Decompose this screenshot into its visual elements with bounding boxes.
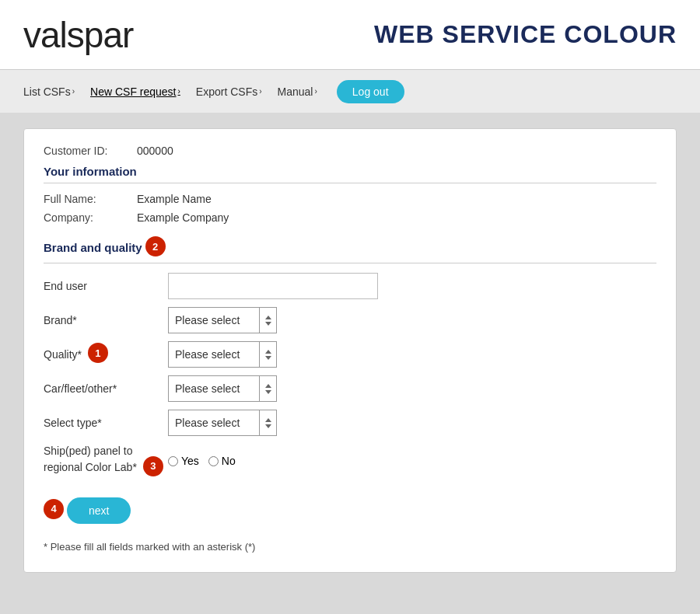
brand-select[interactable]: Please select [168,307,277,333]
end-user-input[interactable] [168,273,378,299]
select-type-label: Select type* [44,417,168,429]
spinner-up-icon [265,316,271,319]
quality-select[interactable]: Please select [168,341,277,368]
spinner-up-icon [265,384,271,388]
spinner-down-icon [265,390,271,394]
spinner-up-icon [265,418,271,422]
footnote: * Please fill all fields marked with an … [44,541,656,553]
customer-id-label: Customer ID: [44,145,137,157]
quality-row: Quality* 1 Please select [44,341,656,368]
step-badge-4: 4 [44,499,64,519]
spinner-down-icon [265,424,271,428]
chevron-icon: › [178,87,180,96]
nav-new-csf[interactable]: New CSF request › [90,85,180,98]
end-user-row: End user [44,273,656,299]
radio-yes-label: Yes [181,455,199,467]
select-type-row: Select type* Please select [44,410,656,436]
customer-id-value: 000000 [137,145,173,157]
header: valspar WEB SERVICE COLOUR [0,0,700,70]
brand-row: Brand* Please select [44,307,656,333]
step-badge-1: 1 [88,343,108,363]
quality-label: Quality* 1 [44,344,168,365]
radio-group-shipped: Yes No [168,455,236,467]
main-content: Customer ID: 000000 Your information Ful… [0,113,700,588]
brand-select-value: Please select [169,314,259,326]
form-card: Customer ID: 000000 Your information Ful… [23,128,677,573]
full-name-value: Example Name [137,193,212,205]
nav-list-csfs[interactable]: List CSFs › [23,85,75,98]
next-button[interactable]: next [67,497,131,524]
company-value: Example Company [137,211,229,224]
radio-no-input[interactable] [208,456,219,466]
logout-button[interactable]: Log out [337,80,404,103]
radio-yes-input[interactable] [168,456,178,466]
car-fleet-select[interactable]: Please select [168,375,277,402]
page-title: WEB SERVICE COLOUR [374,20,677,49]
car-fleet-select-value: Please select [169,382,259,395]
shipped-panel-row: Ship(ped) panel to regional Color Lab* 3… [44,444,656,478]
spinner-down-icon [265,322,271,326]
radio-no-option[interactable]: No [208,455,236,467]
nav-export-csfs[interactable]: Export CSFs › [196,85,262,98]
select-type-value: Please select [169,417,259,429]
nav-bar: List CSFs › New CSF request › Export CSF… [0,70,700,113]
radio-yes-option[interactable]: Yes [168,455,199,467]
logo: valspar [23,14,133,56]
company-row: Company: Example Company [44,211,656,224]
brand-quality-title: Brand and quality2 [44,238,656,263]
company-label: Company: [44,211,137,224]
brand-label: Brand* [44,314,168,326]
full-name-row: Full Name: Example Name [44,193,656,205]
chevron-icon: › [314,87,317,96]
step-badge-3: 3 [143,456,163,476]
step-badge-2: 2 [145,236,166,256]
car-fleet-row: Car/fleet/other* Please select [44,375,656,402]
radio-no-label: No [222,455,236,467]
shipped-label: Ship(ped) panel to regional Color Lab* 3 [44,444,168,478]
chevron-icon: › [259,87,261,96]
your-information-title: Your information [44,165,656,183]
full-name-label: Full Name: [44,193,137,205]
quality-select-value: Please select [169,348,259,361]
spinner-down-icon [265,356,271,360]
spinner-up-icon [265,350,271,354]
select-type-select[interactable]: Please select [168,410,277,436]
chevron-icon: › [72,87,75,96]
car-fleet-label: Car/fleet/other* [44,382,168,395]
customer-id-row: Customer ID: 000000 [44,145,656,157]
end-user-label: End user [44,280,168,292]
nav-manual[interactable]: Manual › [278,85,317,98]
